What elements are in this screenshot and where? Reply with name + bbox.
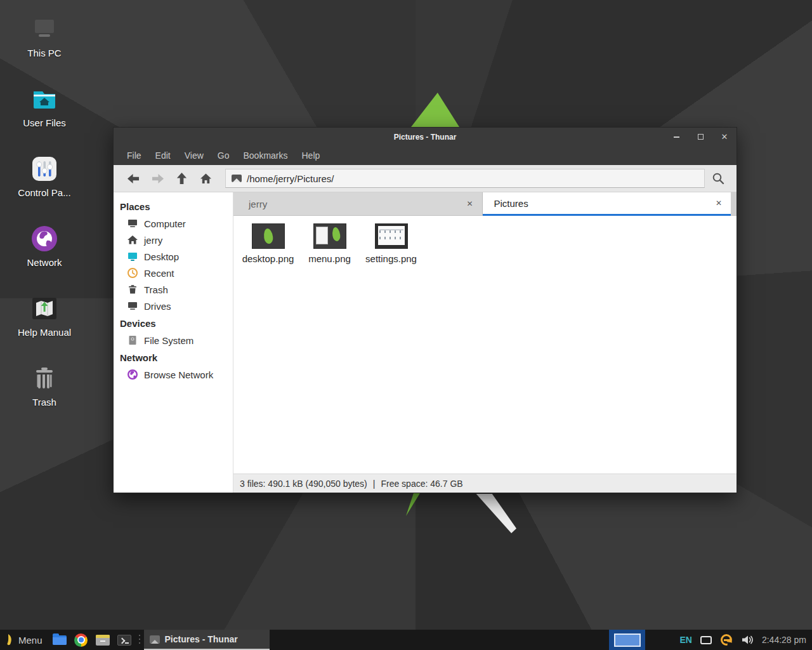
menu-go[interactable]: Go — [211, 150, 237, 161]
clock: 2:44:28 pm — [762, 635, 806, 645]
sidebar-item-label: Computer — [144, 218, 186, 229]
sidebar-item-computer[interactable]: Computer — [114, 215, 233, 232]
workspace-pager[interactable] — [609, 630, 645, 650]
minimize-button[interactable] — [672, 133, 681, 142]
tab-pictures[interactable]: Pictures ✕ — [483, 192, 731, 216]
menu-help[interactable]: Help — [295, 150, 327, 161]
tab-bar: jerry ✕ Pictures ✕ — [233, 192, 737, 216]
window-title: Pictures - Thunar — [394, 133, 457, 142]
desktop-icon-label: Control Pa... — [18, 187, 70, 198]
image-thumbnail — [375, 223, 408, 249]
desktop-icon-label: Help Manual — [18, 327, 71, 338]
sidebar-item-trash[interactable]: Trash — [114, 281, 233, 298]
file-name: desktop.png — [242, 253, 294, 264]
workspace-1[interactable] — [614, 633, 641, 647]
tab-close-icon[interactable]: ✕ — [466, 199, 473, 208]
sidebar-item-label: Desktop — [144, 251, 179, 262]
desktop-icon-this-pc[interactable]: This PC — [11, 15, 77, 79]
location-path: /home/jerry/Pictures/ — [247, 173, 334, 184]
keyboard-layout-indicator[interactable]: EN — [679, 635, 691, 645]
back-arrow-icon — [128, 173, 140, 185]
status-free-space: Free space: 46.7 GB — [381, 479, 462, 489]
taskbar-window-button[interactable]: Pictures - Thunar — [144, 630, 270, 650]
trash-icon — [127, 284, 138, 295]
computer-icon — [127, 218, 138, 229]
taskbar: Menu Pictures - Thunar EN 2:44:28 pm — [0, 630, 812, 650]
file-name: settings.png — [365, 253, 417, 264]
update-manager-icon[interactable] — [720, 633, 733, 646]
thunar-window: Pictures - Thunar ✕ File Edit View Go Bo… — [113, 127, 737, 493]
image-thumbnail — [313, 223, 346, 249]
close-button[interactable]: ✕ — [720, 133, 729, 142]
up-arrow-icon — [176, 173, 188, 185]
sidebar-item-drives[interactable]: Drives — [114, 298, 233, 314]
network-globe-icon — [30, 225, 58, 253]
desktop-icon-control-panel[interactable]: Control Pa... — [11, 155, 77, 218]
folder-home-icon — [30, 85, 58, 113]
file-item-menu-png[interactable]: menu.png — [299, 222, 360, 264]
desktop-icon-label: User Files — [23, 117, 66, 128]
sidebar-header-network: Network — [114, 348, 233, 366]
control-panel-icon — [30, 155, 58, 183]
desktop-icon-label: Trash — [32, 397, 56, 408]
desktop-icon-help-manual[interactable]: Help Manual — [11, 295, 77, 358]
tab-jerry[interactable]: jerry ✕ — [233, 192, 483, 216]
forward-arrow-icon — [152, 173, 164, 185]
desktop-icon — [127, 251, 138, 262]
applications-menu-button[interactable]: Menu — [0, 630, 49, 650]
terminal-icon — [117, 635, 131, 646]
location-bar[interactable]: /home/jerry/Pictures/ — [225, 169, 705, 188]
filesystem-drive-icon — [127, 335, 138, 346]
home-button[interactable] — [193, 168, 218, 189]
menu-file[interactable]: File — [120, 150, 148, 161]
desktop-icon-trash[interactable]: Trash — [11, 364, 77, 428]
volume-icon[interactable] — [741, 634, 754, 646]
browse-network-icon — [127, 369, 138, 380]
sidebar-item-label: jerry — [144, 235, 162, 246]
archive-manager-launcher[interactable] — [95, 632, 110, 647]
chrome-icon — [74, 633, 88, 647]
browser-launcher[interactable] — [74, 632, 89, 647]
desktop-icon-label: This PC — [27, 48, 61, 58]
display-indicator-icon[interactable] — [700, 636, 712, 644]
menu-bar: File Edit View Go Bookmarks Help — [114, 146, 737, 165]
toolbar: /home/jerry/Pictures/ — [114, 165, 737, 192]
sidebar-item-label: File System — [144, 335, 193, 346]
sidebar-item-desktop[interactable]: Desktop — [114, 248, 233, 265]
image-thumbnail — [252, 223, 285, 249]
maximize-button[interactable] — [696, 133, 705, 142]
menu-bookmarks[interactable]: Bookmarks — [236, 150, 294, 161]
file-list: desktop.png menu.png settings.png — [233, 216, 737, 474]
desktop-icon-network[interactable]: Network — [11, 225, 77, 288]
desktop-icon-user-files[interactable]: User Files — [11, 85, 77, 149]
menu-view[interactable]: View — [178, 150, 211, 161]
window-controls: ✕ — [672, 128, 729, 146]
main-pane: jerry ✕ Pictures ✕ desktop.png menu.png — [233, 192, 737, 493]
window-content: Places Computer jerry Desktop Recent Tra… — [114, 192, 737, 493]
search-button[interactable] — [705, 168, 731, 189]
forward-button[interactable] — [145, 168, 169, 189]
desktop-icon-label: Network — [27, 257, 62, 268]
window-titlebar[interactable]: Pictures - Thunar ✕ — [114, 128, 737, 146]
sidebar: Places Computer jerry Desktop Recent Tra… — [114, 192, 233, 493]
file-item-desktop-png[interactable]: desktop.png — [237, 222, 299, 264]
status-files-summary: 3 files: 490.1 kB (490,050 bytes) — [240, 479, 367, 489]
taskbar-window-label: Pictures - Thunar — [165, 634, 238, 644]
file-item-settings-png[interactable]: settings.png — [360, 222, 422, 264]
tab-close-icon[interactable]: ✕ — [716, 199, 722, 208]
sidebar-item-label: Drives — [144, 301, 171, 312]
status-bar: 3 files: 490.1 kB (490,050 bytes) | Free… — [233, 474, 737, 493]
up-button[interactable] — [169, 168, 193, 189]
file-manager-launcher[interactable] — [52, 632, 67, 647]
sidebar-header-devices: Devices — [114, 314, 233, 332]
sidebar-item-browse-network[interactable]: Browse Network — [114, 366, 233, 383]
terminal-launcher[interactable] — [117, 632, 132, 647]
sidebar-item-recent[interactable]: Recent — [114, 265, 233, 281]
sidebar-item-file-system[interactable]: File System — [114, 332, 233, 348]
archive-icon — [96, 635, 110, 646]
sidebar-item-jerry[interactable]: jerry — [114, 232, 233, 248]
menu-edit[interactable]: Edit — [148, 150, 178, 161]
back-button[interactable] — [121, 168, 145, 189]
drives-icon — [127, 300, 138, 312]
menu-button-label: Menu — [18, 635, 43, 646]
